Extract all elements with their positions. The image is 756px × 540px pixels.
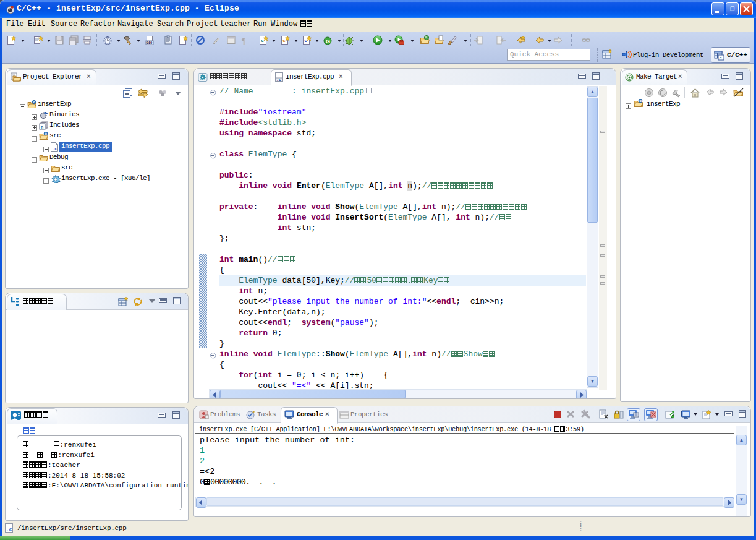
svg-text:c: c [640, 99, 642, 103]
svg-text:¶: ¶ [242, 36, 245, 45]
svg-text:c: c [720, 56, 722, 61]
svg-text:c: c [261, 38, 264, 43]
svg-text:c: c [45, 132, 47, 136]
svg-text:010: 010 [147, 41, 153, 45]
svg-text:.c: .c [276, 78, 281, 82]
svg-text:G: G [326, 38, 330, 45]
svg-text:.c: .c [6, 527, 12, 533]
svg-text:c: c [33, 100, 35, 105]
svg-text:c: c [282, 38, 286, 43]
svg-text:h: h [41, 124, 43, 129]
svg-text:c: c [304, 38, 307, 43]
svg-text:.c: .c [52, 146, 58, 152]
